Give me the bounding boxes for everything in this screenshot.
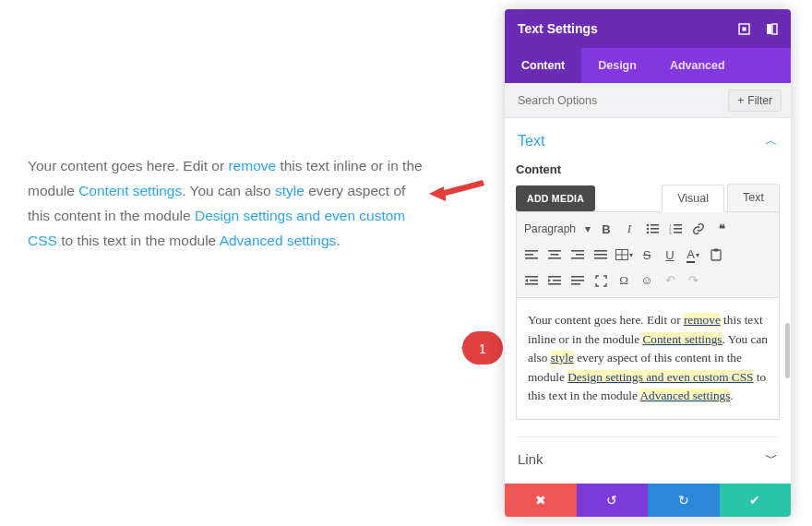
cancel-button[interactable]: ✖ [505, 484, 577, 517]
svg-rect-33 [714, 249, 719, 252]
editor-link-style: style [551, 351, 574, 365]
svg-rect-36 [530, 280, 538, 281]
search-options-input[interactable] [518, 94, 728, 107]
svg-marker-0 [429, 180, 484, 201]
svg-point-7 [647, 228, 650, 231]
filter-button[interactable]: +Filter [728, 90, 782, 112]
clear-format-button[interactable] [567, 269, 589, 292]
preview-link-style[interactable]: style [275, 183, 304, 198]
caret-down-icon: ▾ [585, 222, 591, 235]
bold-button[interactable]: B [595, 218, 617, 240]
link-button[interactable] [687, 218, 710, 240]
undo-icon: ↺ [606, 493, 617, 508]
panel-header: Text Settings [505, 9, 791, 48]
editor-tab-text[interactable]: Text [727, 184, 780, 211]
blockquote-button[interactable]: ❝ [710, 218, 733, 240]
panel-footer: ✖ ↺ ↻ ✔ [505, 484, 791, 517]
svg-rect-2 [742, 27, 746, 30]
section-title-text: Text [518, 133, 544, 149]
caret-down-icon: ▾ [696, 251, 699, 259]
editor-toolbar: Paragraph▾ B I 123 ❝ ▾ S U A▾ [516, 211, 780, 298]
align-justify-button[interactable] [590, 244, 612, 266]
preview-text: Your content goes here. Edit or [28, 158, 228, 173]
svg-point-9 [647, 232, 650, 234]
svg-rect-26 [594, 250, 607, 252]
save-button[interactable]: ✔ [720, 484, 792, 517]
chevron-down-icon: ﹀ [765, 450, 778, 467]
plus-icon: + [737, 94, 744, 107]
add-media-button[interactable]: ADD MEDIA [516, 185, 595, 211]
editor-link-content-settings: Content settings [642, 332, 722, 346]
svg-rect-42 [571, 276, 584, 278]
underline-button[interactable]: U [659, 244, 681, 266]
editor-link-design-settings: Design settings and even custom CSS [567, 370, 753, 384]
preview-text: . [336, 233, 340, 248]
emoji-button[interactable]: ☺ [636, 269, 658, 292]
panel-title: Text Settings [518, 21, 598, 36]
close-icon: ✖ [535, 493, 546, 508]
expand-icon[interactable] [737, 22, 750, 35]
preview-text: . You can also [182, 183, 275, 198]
align-center-button[interactable] [543, 244, 566, 266]
svg-rect-41 [548, 283, 561, 285]
preview-text: to this text in the module [57, 233, 220, 248]
special-char-button[interactable]: Ω [613, 269, 635, 292]
editor-text: . [730, 389, 733, 402]
wysiwyg-editor[interactable]: Your content goes here. Edit or remove t… [516, 298, 780, 420]
section-toggle-text[interactable]: Text ︿ [516, 127, 780, 159]
svg-rect-14 [674, 228, 682, 230]
numbered-list-button[interactable]: 123 [664, 218, 687, 240]
svg-rect-38 [548, 276, 561, 278]
caret-down-icon: ▾ [629, 251, 633, 259]
svg-text:3: 3 [669, 231, 672, 234]
align-right-button[interactable] [567, 244, 589, 266]
svg-rect-40 [553, 280, 561, 281]
svg-rect-6 [651, 224, 659, 226]
text-settings-panel: Text Settings Content Design Advanced +F… [505, 9, 791, 517]
svg-rect-21 [551, 254, 559, 256]
svg-rect-16 [674, 232, 682, 233]
scrollbar-thumb[interactable] [785, 323, 790, 378]
panel-body: Text ︿ Content ADD MEDIA Visual Text Par… [505, 118, 791, 484]
paste-button[interactable] [705, 244, 727, 266]
preview-link-advanced-settings[interactable]: Advanced settings [220, 233, 337, 248]
text-color-button[interactable]: A▾ [682, 244, 704, 266]
svg-rect-17 [525, 250, 538, 252]
preview-link-remove[interactable]: remove [228, 158, 276, 173]
field-label-content: Content [516, 162, 780, 176]
svg-rect-10 [651, 232, 659, 233]
outdent-button[interactable] [520, 269, 543, 292]
svg-rect-3 [767, 24, 771, 34]
section-toggle-link[interactable]: Link ﹀ [516, 436, 780, 476]
indent-button[interactable] [543, 269, 566, 292]
italic-button[interactable]: I [618, 218, 640, 240]
tab-advanced[interactable]: Advanced [653, 48, 742, 83]
search-row: +Filter [505, 83, 791, 118]
svg-rect-24 [576, 254, 584, 256]
preview-link-content-settings[interactable]: Content settings [78, 183, 182, 198]
section-title-link: Link [518, 451, 543, 467]
snap-icon[interactable] [765, 22, 778, 35]
paragraph-format-select[interactable]: Paragraph▾ [520, 220, 594, 238]
svg-rect-20 [548, 250, 561, 252]
svg-rect-27 [594, 254, 607, 256]
svg-rect-34 [525, 276, 538, 278]
paragraph-format-label: Paragraph [524, 222, 576, 235]
fullscreen-button[interactable] [590, 269, 612, 292]
strikethrough-button[interactable]: S [636, 244, 658, 266]
bullet-list-button[interactable] [641, 218, 663, 240]
redo-changes-button[interactable]: ↻ [648, 484, 720, 517]
svg-marker-35 [525, 279, 528, 282]
table-button[interactable]: ▾ [613, 244, 635, 266]
redo-icon: ↻ [678, 493, 689, 508]
editor-link-remove: remove [684, 313, 721, 327]
undo-button[interactable]: ↶ [659, 269, 681, 292]
undo-changes-button[interactable]: ↺ [577, 484, 649, 517]
editor-mode-tabs: Visual Text [659, 184, 780, 211]
tab-content[interactable]: Content [505, 48, 581, 83]
svg-point-5 [647, 224, 650, 227]
tab-design[interactable]: Design [581, 48, 653, 83]
editor-tab-visual[interactable]: Visual [662, 185, 724, 212]
redo-button[interactable]: ↷ [682, 269, 704, 292]
align-left-button[interactable] [520, 244, 543, 266]
